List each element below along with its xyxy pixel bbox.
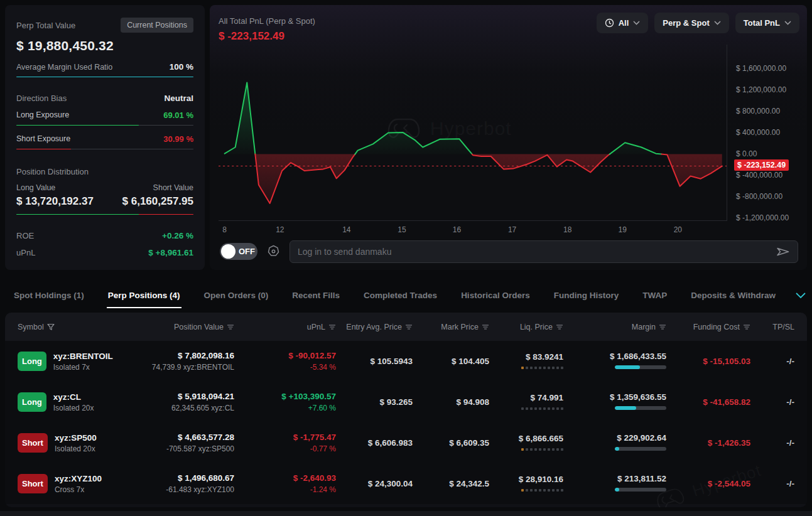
symbol-name: xyz:SP500 — [55, 433, 97, 443]
x-axis-tick: 14 — [342, 225, 350, 234]
position-size: 62,345.605 xyz:CL — [134, 404, 234, 412]
time-range-dropdown[interactable]: All — [597, 13, 649, 33]
position-row-xyz-cl[interactable]: Long xyz:CL Isolated 20x $ 5,918,094.21 … — [5, 382, 807, 422]
long-exposure-bar — [16, 125, 193, 126]
tab-completed-trades[interactable]: Completed Trades — [364, 275, 437, 313]
upnl-value: $ -1,775.47 — [234, 433, 336, 442]
column-header-liq-price[interactable]: Liq. Price — [489, 323, 563, 331]
upnl-percent: -1.24 % — [234, 485, 336, 494]
y-axis-tick: $ 0.00 — [736, 149, 757, 158]
pnl-area-negative — [661, 154, 722, 186]
upnl-value: $ -2,640.93 — [234, 473, 336, 483]
liq-indicator-dot — [548, 407, 550, 410]
tab-funding-history[interactable]: Funding History — [554, 275, 619, 313]
symbol-cell: Short xyz:XYZ100 Cross 7x — [5, 474, 134, 494]
upnl-percent: -5.34 % — [234, 363, 336, 372]
column-header-entry-avg-price[interactable]: Entry Avg. Price — [336, 323, 413, 331]
column-header-mark-price[interactable]: Mark Price — [413, 323, 489, 331]
liq-indicator-dot — [552, 489, 555, 492]
liq-price: $ 28,910.16 — [489, 475, 563, 484]
direction-bias-value: Neutral — [164, 94, 193, 103]
tab-deposits-withdraw[interactable]: Deposits & Withdraw — [691, 275, 776, 313]
avg-margin-label: Average Margin Used Ratio — [16, 63, 112, 72]
liq-indicator-dot — [534, 367, 537, 369]
column-header-symbol[interactable]: Symbol — [5, 323, 134, 331]
long-value-label: Long Value — [16, 183, 55, 192]
margin-value: $ 1,686,433.55 — [563, 352, 666, 361]
tab-perp-positions-4[interactable]: Perp Positions (4) — [108, 275, 180, 313]
danmaku-send-button[interactable] — [776, 246, 790, 257]
tpsl-cell[interactable]: -/- — [762, 479, 807, 488]
danmaku-toggle[interactable]: OFF — [220, 243, 257, 260]
avg-margin-bar — [16, 77, 193, 77]
tab-twap[interactable]: TWAP — [642, 275, 667, 313]
liq-indicator — [521, 448, 563, 451]
column-header-funding-cost[interactable]: Funding Cost — [666, 323, 762, 331]
sort-icon — [482, 324, 489, 330]
position-row-xyz-brentoil[interactable]: Long xyz:BRENTOIL Isolated 7x $ 7,802,09… — [5, 341, 807, 382]
upnl-cell: $ +103,390.57 +7.60 % — [234, 392, 336, 412]
liq-price: $ 74.991 — [489, 393, 563, 402]
tab-recent-fills[interactable]: Recent Fills — [292, 275, 340, 313]
tpsl-cell[interactable]: -/- — [762, 357, 807, 366]
chevron-down-icon — [784, 21, 791, 25]
tab-open-orders-0[interactable]: Open Orders (0) — [204, 275, 269, 313]
liq-indicator-dot — [556, 367, 559, 369]
position-row-xyz-sp500[interactable]: Short xyz:SP500 Isolated 20x $ 4,663,577… — [5, 422, 807, 463]
position-value: $ 1,496,680.67 — [134, 473, 234, 483]
avg-margin-value: 100 % — [170, 62, 193, 72]
entry-price-cell: $ 6,606.983 — [336, 438, 413, 448]
account-scope-value: Perp & Spot — [663, 18, 709, 28]
direction-bias-label: Direction Bias — [16, 94, 67, 103]
current-positions-button[interactable]: Current Positions — [121, 18, 193, 33]
position-size: -705.587 xyz:SP500 — [134, 444, 234, 453]
upnl-cell: $ -1,775.47 -0.77 % — [234, 433, 336, 453]
x-axis-tick: 8 — [222, 225, 227, 234]
leverage-label: Cross 7x — [55, 485, 102, 494]
column-label: Funding Cost — [693, 323, 740, 331]
entry-price-cell: $ 24,300.04 — [336, 479, 413, 488]
side-badge: Short — [18, 474, 48, 493]
position-value: $ 4,663,577.28 — [134, 433, 234, 442]
column-label: Margin — [632, 323, 656, 331]
upnl-value: $ +103,390.57 — [234, 392, 336, 401]
mark-price-cell: $ 104.405 — [413, 357, 489, 366]
chart-filter-group: All Perp & Spot Total PnL — [597, 13, 799, 33]
x-axis-tick: 19 — [618, 225, 626, 234]
account-scope-dropdown[interactable]: Perp & Spot — [654, 13, 728, 33]
column-header-position-value[interactable]: Position Value — [134, 323, 234, 331]
pnl-chart[interactable]: Hyperbot — [219, 45, 727, 221]
liq-indicator-dot — [556, 489, 559, 492]
liq-indicator-dot — [534, 407, 537, 410]
liq-indicator-dot — [526, 407, 528, 410]
tab-historical-orders[interactable]: Historical Orders — [461, 275, 530, 313]
send-icon — [776, 246, 790, 257]
funding-cost-cell: $ -41,658.82 — [666, 397, 762, 407]
danmaku-settings-button[interactable] — [266, 244, 281, 259]
column-header-upnl[interactable]: uPnL — [234, 323, 336, 331]
position-row-xyz-xyz100[interactable]: Short xyz:XYZ100 Cross 7x $ 1,496,680.67… — [5, 463, 807, 504]
long-exposure-bar-fill — [16, 125, 139, 126]
entry-price-cell: $ 105.5943 — [336, 357, 413, 366]
tab-spot-holdings-1[interactable]: Spot Holdings (1) — [14, 275, 84, 313]
perp-positions-table: SymbolPosition ValueuPnLEntry Avg. Price… — [5, 313, 807, 507]
margin-bar — [615, 447, 666, 451]
x-axis-labels: 81214151617181920 — [219, 221, 727, 237]
liq-indicator-dot — [543, 367, 546, 369]
tabs-expand-chevron[interactable] — [787, 290, 806, 301]
column-label: Mark Price — [441, 323, 479, 331]
liq-indicator-dot — [530, 448, 533, 451]
danmaku-input[interactable] — [298, 247, 776, 257]
tpsl-cell[interactable]: -/- — [762, 397, 807, 407]
metric-dropdown[interactable]: Total PnL — [735, 13, 799, 33]
liq-price-cell: $ 83.9241 — [489, 352, 563, 371]
chevron-down-icon — [633, 21, 640, 25]
tpsl-cell[interactable]: -/- — [762, 438, 807, 448]
x-axis-tick: 18 — [563, 225, 571, 234]
symbol-cell: Short xyz:SP500 Isolated 20x — [5, 433, 134, 453]
margin-value: $ 229,902.64 — [563, 433, 666, 443]
column-header-tp-sl: TP/SL — [762, 323, 807, 331]
liq-indicator-dot — [552, 448, 555, 451]
column-header-margin[interactable]: Margin — [563, 323, 666, 331]
liq-indicator-dot — [526, 367, 528, 369]
